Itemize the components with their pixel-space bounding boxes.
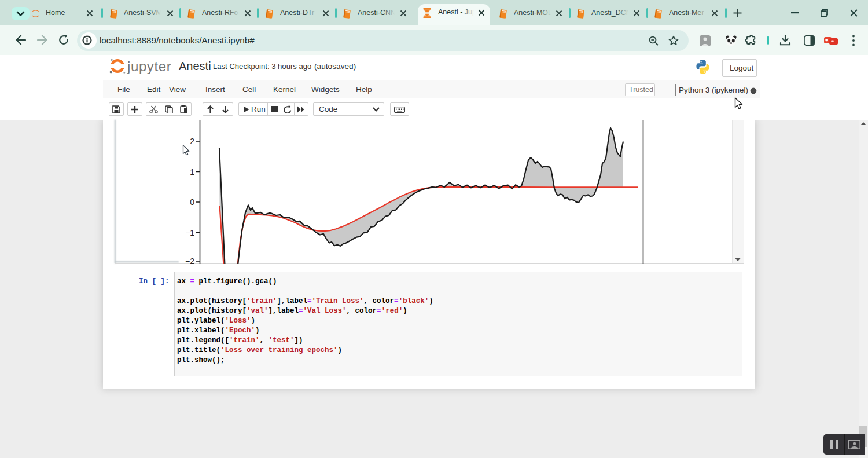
svg-text:2: 2 — [190, 137, 194, 146]
svg-text:1: 1 — [190, 167, 194, 177]
svg-text:−2: −2 — [185, 257, 194, 265]
svg-text:0: 0 — [190, 197, 194, 207]
svg-text:−1: −1 — [185, 228, 194, 237]
